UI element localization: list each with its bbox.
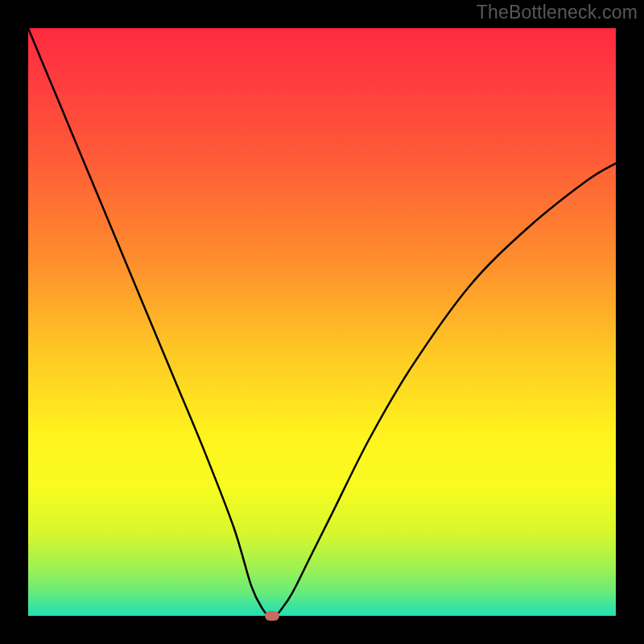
vertex-marker	[265, 611, 279, 621]
plot-area	[28, 28, 616, 616]
bottleneck-curve	[28, 28, 616, 616]
chart-frame: TheBottleneck.com	[0, 0, 644, 644]
watermark-text: TheBottleneck.com	[477, 2, 638, 23]
